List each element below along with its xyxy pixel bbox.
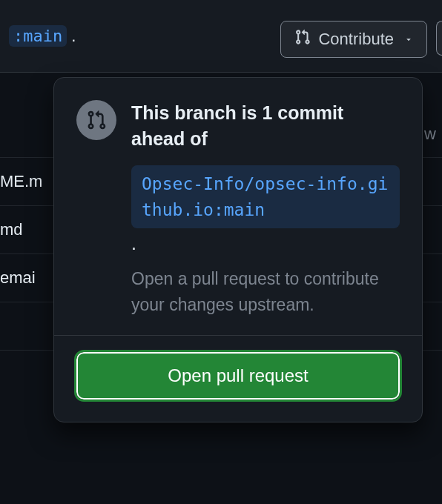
upstream-ref-link[interactable]: Opsec-Info/opsec-info.github.io:main [131,165,400,228]
contribute-button[interactable]: Contribute [280,21,427,58]
file-name-partial: md [0,220,23,239]
sentence-period: . [131,233,400,254]
base-branch-ref[interactable]: :main [9,25,67,47]
git-pull-request-icon [294,29,311,50]
upstream-ref-text: Opsec-Info/opsec-info.github.io:main [142,174,388,219]
popover-heading: This branch is 1 commit ahead of [131,100,400,152]
popover-footer: Open pull request [54,336,422,422]
open-pull-request-button[interactable]: Open pull request [76,352,400,399]
sentence-period: . [71,27,76,46]
caret-down-icon [404,35,413,44]
comparison-bar: :main . Contribute [0,0,442,73]
popover-body: This branch is 1 commit ahead of Opsec-I… [54,78,422,336]
popover-content: This branch is 1 commit ahead of Opsec-I… [131,100,400,317]
git-pull-request-icon [76,100,116,140]
contribute-popover: This branch is 1 commit ahead of Opsec-I… [53,77,423,422]
contribute-label: Contribute [318,30,394,49]
file-name-partial: emai [0,268,36,288]
file-name-partial: ME.m [0,172,42,191]
commit-time-partial: w [424,125,442,144]
popover-helper-text: Open a pull request to contribute your c… [131,266,400,317]
adjacent-button-partial[interactable] [436,21,442,56]
